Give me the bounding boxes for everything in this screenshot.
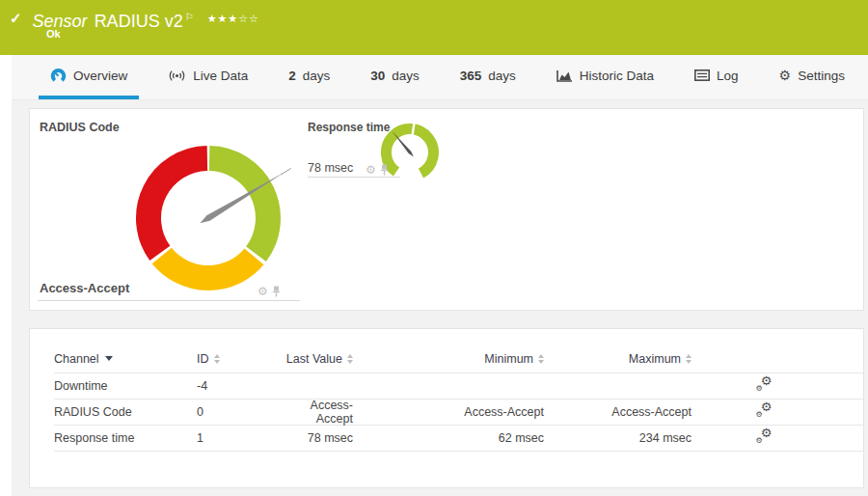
tab-label: days bbox=[392, 69, 420, 83]
sort-both-icon bbox=[686, 354, 692, 364]
gauge-value: Access-Accept bbox=[40, 281, 129, 295]
priority-stars[interactable]: ★★★☆☆ bbox=[207, 13, 259, 24]
tab-label: Historic Data bbox=[580, 69, 654, 83]
cell-id: 0 bbox=[197, 405, 274, 419]
gauge-title: RADIUS Code bbox=[40, 121, 120, 134]
channel-settings-icon[interactable]: ⚙ ⚙ bbox=[756, 377, 773, 392]
log-list-icon bbox=[694, 69, 710, 81]
tab-overview[interactable]: Overview bbox=[39, 55, 139, 99]
table-header-row: Channel ID Last Value Minimum Maximum bbox=[54, 344, 863, 373]
area-chart-icon bbox=[556, 69, 573, 82]
sort-both-icon bbox=[214, 354, 220, 364]
column-header-channel[interactable]: Channel bbox=[54, 352, 113, 366]
status-badge: Ok bbox=[46, 28, 61, 40]
sensor-name: RADIUS v2 bbox=[95, 12, 183, 31]
tab-settings[interactable]: ⚙ Settings bbox=[768, 55, 856, 99]
tab-bar: Overview Live Data 2 days 30 bbox=[12, 55, 868, 100]
gauges-card: RADIUS Code Access-Accept ⚙ Response tim… bbox=[29, 108, 864, 311]
gear-icon: ⚙ bbox=[779, 69, 792, 82]
channels-card: Channel ID Last Value Minimum Maximum bbox=[29, 328, 864, 488]
gauge-footer-icons: ⚙ bbox=[366, 164, 389, 176]
table-row: RADIUS Code 0 Access-Accept Access-Accep… bbox=[54, 400, 863, 426]
tab-log[interactable]: Log bbox=[683, 55, 750, 99]
column-header-minimum[interactable]: Minimum bbox=[353, 352, 544, 366]
radius-code-gauge bbox=[126, 136, 298, 302]
tab-label: Live Data bbox=[193, 69, 248, 83]
pin-icon[interactable] bbox=[272, 286, 281, 297]
cell-channel: Response time bbox=[54, 431, 197, 445]
table-row: Response time 1 78 msec 62 msec 234 msec… bbox=[54, 426, 863, 452]
cell-channel: RADIUS Code bbox=[54, 405, 197, 419]
tab-30-days[interactable]: 30 days bbox=[359, 55, 431, 99]
sort-desc-icon bbox=[105, 356, 113, 361]
tab-number: 365 bbox=[460, 69, 482, 83]
tab-label: Log bbox=[717, 69, 739, 83]
column-header-last-value[interactable]: Last Value bbox=[274, 352, 353, 366]
cell-last-value: Access-Accept bbox=[274, 399, 353, 426]
cell-last-value: 78 msec bbox=[274, 431, 353, 445]
gear-icon[interactable]: ⚙ bbox=[258, 286, 268, 297]
cell-id: -4 bbox=[197, 379, 274, 393]
flag-icon[interactable]: ⚐ bbox=[185, 12, 194, 22]
gauge-footer-icons: ⚙ bbox=[258, 286, 281, 297]
channel-settings-icon[interactable]: ⚙ ⚙ bbox=[756, 403, 773, 418]
cell-maximum: Access-Accept bbox=[544, 405, 692, 419]
column-header-maximum[interactable]: Maximum bbox=[544, 352, 692, 366]
table-row: Downtime -4 ⚙ ⚙ bbox=[54, 373, 863, 400]
gauge-icon bbox=[50, 68, 67, 84]
cell-minimum: Access-Accept bbox=[353, 405, 544, 419]
column-header-id[interactable]: ID bbox=[197, 352, 220, 366]
tab-live-data[interactable]: Live Data bbox=[156, 55, 259, 99]
status-ok-check-icon: ✓ bbox=[10, 10, 22, 27]
cell-minimum: 62 msec bbox=[353, 431, 544, 445]
gauge-value: 78 msec bbox=[308, 161, 353, 175]
broadcast-icon bbox=[168, 69, 186, 82]
gauge-title: Response time bbox=[308, 121, 390, 134]
cell-channel: Downtime bbox=[54, 379, 197, 393]
tab-label: Settings bbox=[798, 69, 845, 83]
gauge-underline bbox=[38, 300, 300, 301]
tab-365-days[interactable]: 365 days bbox=[448, 55, 528, 99]
channel-table: Channel ID Last Value Minimum Maximum bbox=[30, 329, 863, 452]
gear-icon[interactable]: ⚙ bbox=[366, 164, 376, 176]
gauge-underline bbox=[308, 177, 400, 178]
tab-historic-data[interactable]: Historic Data bbox=[545, 55, 665, 99]
tab-label: Overview bbox=[73, 69, 127, 83]
tab-number: 2 bbox=[288, 69, 296, 83]
tab-label: days bbox=[488, 69, 516, 83]
sensor-header: ✓ SensorRADIUS v2⚐★★★☆☆ Ok bbox=[0, 0, 868, 55]
tab-number: 30 bbox=[370, 69, 385, 83]
cell-maximum: 234 msec bbox=[544, 431, 692, 445]
tab-2-days[interactable]: 2 days bbox=[277, 55, 341, 99]
channel-settings-icon[interactable]: ⚙ ⚙ bbox=[756, 429, 773, 444]
page-title: SensorRADIUS v2⚐★★★☆☆ bbox=[33, 7, 259, 32]
tab-label: days bbox=[303, 69, 331, 83]
main-panel: Overview Live Data 2 days 30 bbox=[12, 55, 868, 496]
cell-id: 1 bbox=[197, 431, 274, 445]
pin-icon[interactable] bbox=[380, 164, 389, 176]
